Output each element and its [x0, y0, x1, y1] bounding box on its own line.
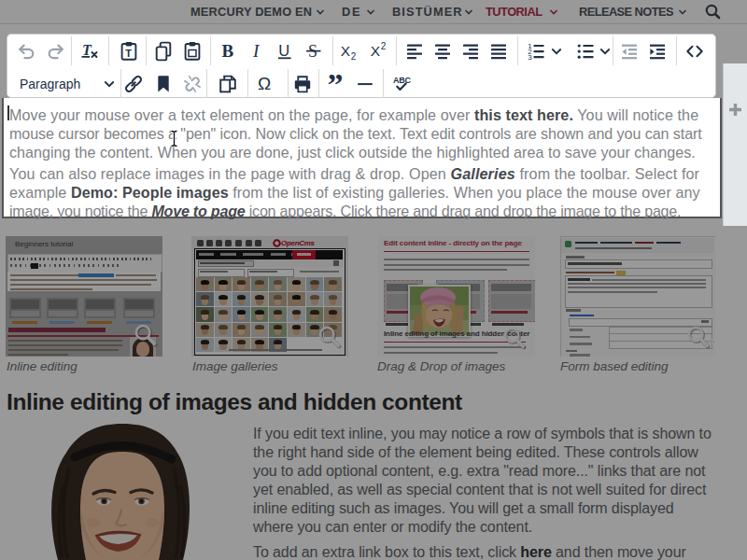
svg-text:X: X — [371, 43, 381, 59]
svg-text:Ω: Ω — [258, 74, 271, 93]
svg-text:ABC: ABC — [393, 76, 411, 85]
svg-text:T: T — [82, 42, 92, 58]
svg-text:X: X — [341, 43, 351, 59]
svg-text:U: U — [278, 42, 289, 59]
svg-text:T: T — [125, 48, 132, 59]
svg-text:2: 2 — [381, 41, 387, 51]
svg-text:I: I — [252, 41, 261, 61]
svg-text:B: B — [221, 41, 233, 61]
svg-text:2: 2 — [351, 51, 357, 62]
svg-text:3: 3 — [528, 53, 532, 62]
svg-text:”: ” — [327, 73, 343, 95]
